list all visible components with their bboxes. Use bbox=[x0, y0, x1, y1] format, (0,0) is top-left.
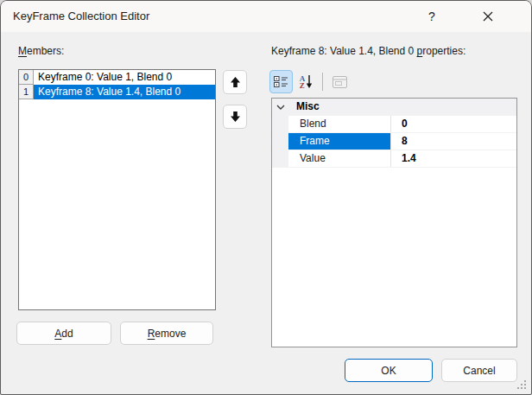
property-name: Blend bbox=[288, 116, 390, 132]
help-icon: ? bbox=[428, 10, 435, 23]
category-label: Misc bbox=[288, 99, 320, 115]
property-name: Frame bbox=[288, 133, 390, 150]
chevron-down-icon bbox=[276, 105, 285, 110]
cancel-button[interactable]: Cancel bbox=[441, 359, 517, 382]
toolbar-separator bbox=[322, 73, 323, 91]
ok-button[interactable]: OK bbox=[345, 359, 433, 382]
list-item-label: Keyframe 0: Value 1, Blend 0 bbox=[34, 70, 215, 85]
titlebar[interactable]: KeyFrame Collection Editor ? bbox=[1, 1, 531, 32]
add-button[interactable]: Add bbox=[16, 322, 111, 345]
close-icon bbox=[483, 11, 493, 22]
property-grid[interactable]: Misc Blend 0 Frame 8 Value 1.4 bbox=[271, 98, 517, 347]
properties-label: Keyframe 8: Value 1.4, Blend 0 propertie… bbox=[271, 45, 466, 57]
down-arrow-icon bbox=[230, 111, 241, 123]
list-item[interactable]: 0 Keyframe 0: Value 1, Blend 0 bbox=[19, 70, 215, 85]
list-item-label: Keyframe 8: Value 1.4, Blend 0 bbox=[34, 85, 215, 99]
keyframe-collection-editor-dialog: KeyFrame Collection Editor ? Members: 0 … bbox=[0, 0, 532, 395]
property-row[interactable]: Value 1.4 bbox=[272, 150, 516, 168]
property-value[interactable]: 0 bbox=[390, 116, 516, 132]
alphabetical-sort-icon: A Z bbox=[300, 74, 314, 89]
move-up-button[interactable] bbox=[223, 70, 247, 94]
property-row[interactable]: Blend 0 bbox=[272, 116, 516, 133]
up-arrow-icon bbox=[230, 76, 241, 88]
list-item-index: 1 bbox=[19, 85, 34, 99]
resize-grip[interactable] bbox=[516, 379, 528, 390]
category-row[interactable]: Misc bbox=[272, 99, 516, 116]
members-list[interactable]: 0 Keyframe 0: Value 1, Blend 0 1 Keyfram… bbox=[18, 69, 216, 310]
list-item[interactable]: 1 Keyframe 8: Value 1.4, Blend 0 bbox=[19, 85, 215, 99]
property-value[interactable]: 8 bbox=[390, 133, 516, 150]
alphabetical-sort-button[interactable]: A Z bbox=[294, 70, 318, 93]
help-button[interactable]: ? bbox=[415, 1, 449, 32]
window-title: KeyFrame Collection Editor bbox=[13, 1, 149, 32]
members-label: Members: bbox=[18, 45, 64, 57]
close-button[interactable] bbox=[471, 1, 505, 32]
categorized-view-icon bbox=[274, 75, 288, 88]
list-item-index: 0 bbox=[19, 70, 34, 85]
property-value[interactable]: 1.4 bbox=[390, 150, 516, 167]
categorized-view-button[interactable] bbox=[269, 70, 293, 93]
collapse-chevron[interactable] bbox=[272, 99, 288, 115]
move-down-button[interactable] bbox=[223, 105, 247, 129]
property-pages-icon bbox=[332, 76, 347, 88]
property-name: Value bbox=[288, 150, 390, 167]
property-row[interactable]: Frame 8 bbox=[272, 133, 516, 150]
property-pages-button bbox=[328, 70, 352, 93]
remove-button[interactable]: Remove bbox=[120, 322, 213, 345]
